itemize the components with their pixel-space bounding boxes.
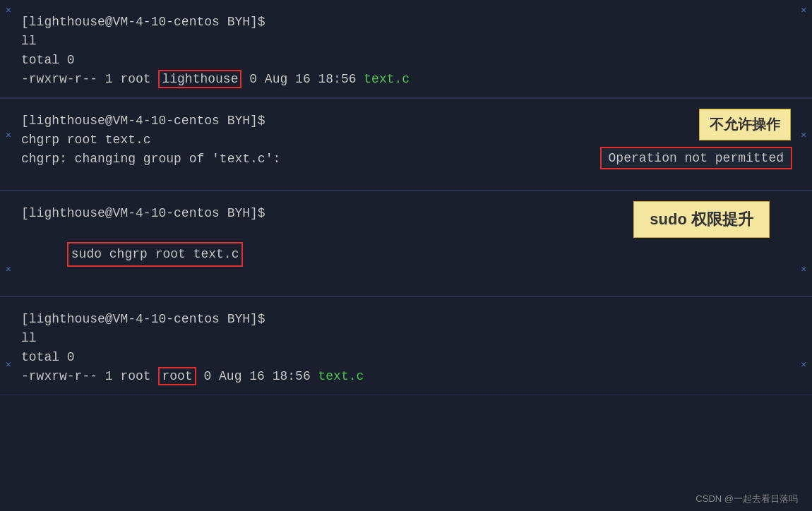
filename-green-1: text.c [364, 72, 410, 86]
line-2-prompt: [lighthouse@VM-4-10-centos BYH]$ [21, 112, 791, 131]
callout-no-permission: 不允许操作 [699, 109, 791, 140]
section-1: [lighthouse@VM-4-10-centos BYH]$ ll tota… [0, 0, 812, 98]
sudo-chgrp-highlight: sudo chgrp root text.c [67, 242, 244, 267]
line-4-total: total 0 [21, 348, 791, 367]
callout-error-box: Operation not permitted [600, 147, 792, 169]
lighthouse-highlight: lighthouse [158, 70, 241, 88]
line-1-ls: -rwxrw-r-- 1 root lighthouse 0 Aug 16 18… [21, 70, 791, 89]
line-1-ll: ll [21, 32, 791, 51]
watermark: CSDN @一起去看日落吗 [695, 493, 798, 505]
line-1-total: total 0 [21, 51, 791, 70]
section-2: [lighthouse@VM-4-10-centos BYH]$ chgrp r… [0, 99, 812, 191]
root-highlight: root [158, 367, 196, 385]
line-1-prompt: [lighthouse@VM-4-10-centos BYH]$ [21, 13, 791, 32]
section-3: [lighthouse@VM-4-10-centos BYH]$ sudo ch… [0, 191, 812, 296]
callout-sudo: sudo 权限提升 [633, 201, 770, 238]
line-4-ls: -rwxrw-r-- 1 root root 0 Aug 16 18:56 te… [21, 367, 791, 386]
terminal-container: ✕ ✕ [lighthouse@VM-4-10-centos BYH]$ ll … [0, 0, 812, 511]
filename-green-2: text.c [318, 369, 364, 383]
section-4: [lighthouse@VM-4-10-centos BYH]$ ll tota… [0, 297, 812, 395]
line-4-prompt: [lighthouse@VM-4-10-centos BYH]$ [21, 310, 791, 329]
line-4-ll: ll [21, 329, 791, 348]
